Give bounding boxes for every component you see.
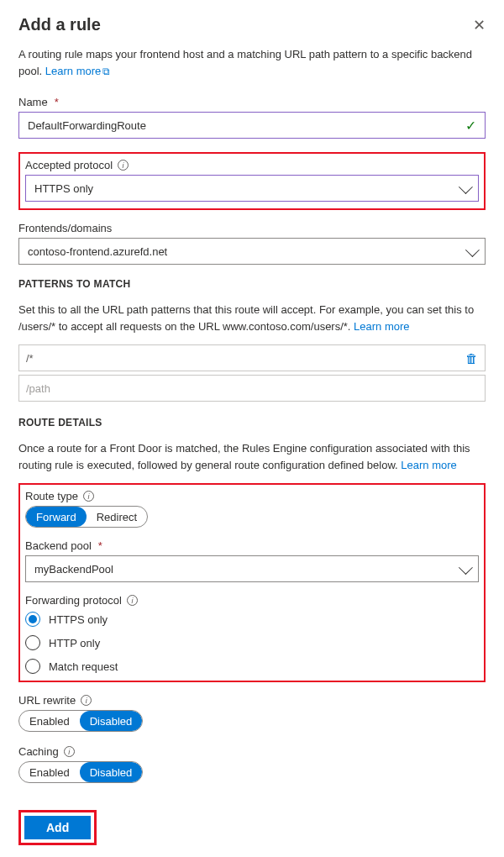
learn-more-link[interactable]: Learn more⧉ — [45, 65, 110, 77]
accepted-protocol-highlight: Accepted protocol i HTTPS only — [18, 152, 486, 210]
chevron-down-icon — [459, 180, 473, 194]
add-button[interactable]: Add — [24, 816, 91, 839]
route-type-label: Route type — [25, 490, 78, 502]
route-type-toggle: Forward Redirect — [25, 506, 148, 528]
route-type-forward[interactable]: Forward — [26, 507, 87, 527]
learn-more-link[interactable]: Learn more — [401, 459, 456, 471]
protocol-label: Accepted protocol — [25, 159, 113, 171]
intro-text: A routing rule maps your frontend host a… — [18, 46, 486, 79]
fwd-protocol-label: Forwarding protocol — [25, 594, 122, 607]
delete-icon[interactable]: 🗑 — [465, 351, 478, 365]
required-icon: * — [55, 96, 59, 108]
url-rewrite-disabled[interactable]: Disabled — [80, 711, 143, 731]
route-section-header: ROUTE DETAILS — [18, 417, 486, 428]
radio-icon — [25, 659, 40, 674]
protocol-select[interactable]: HTTPS only — [25, 175, 479, 202]
fwd-option-http[interactable]: HTTP only — [25, 635, 479, 650]
add-button-highlight: Add — [18, 810, 97, 845]
name-label: Name — [18, 96, 48, 108]
chevron-down-icon — [459, 560, 473, 575]
panel-title: Add a rule — [18, 15, 101, 34]
pattern-value-row: /* 🗑 — [18, 344, 486, 371]
backend-pool-label: Backend pool — [25, 539, 92, 552]
route-type-redirect[interactable]: Redirect — [87, 507, 147, 527]
required-icon: * — [98, 539, 102, 552]
chevron-down-icon — [465, 243, 480, 257]
patterns-desc: Set this to all the URL path patterns th… — [18, 302, 486, 334]
route-desc: Once a route for a Front Door is matched… — [18, 440, 486, 473]
url-rewrite-enabled[interactable]: Enabled — [19, 711, 80, 731]
fwd-option-match[interactable]: Match request — [25, 659, 479, 674]
route-details-highlight: Route type i Forward Redirect Backend po… — [18, 483, 486, 682]
info-icon[interactable]: i — [64, 746, 75, 757]
frontends-select[interactable]: contoso-frontend.azurefd.net — [18, 238, 486, 265]
info-icon[interactable]: i — [127, 595, 138, 606]
info-icon[interactable]: i — [118, 160, 129, 171]
caching-toggle: Enabled Disabled — [18, 761, 143, 783]
caching-enabled[interactable]: Enabled — [19, 762, 80, 782]
radio-icon — [25, 635, 40, 650]
frontends-label: Frontends/domains — [18, 222, 112, 234]
pattern-input[interactable]: /path — [18, 375, 486, 402]
info-icon[interactable]: i — [83, 491, 94, 502]
caching-disabled[interactable]: Disabled — [80, 762, 143, 782]
external-link-icon: ⧉ — [102, 64, 110, 79]
learn-more-link[interactable]: Learn more — [354, 320, 409, 333]
fwd-option-https[interactable]: HTTPS only — [25, 612, 479, 627]
info-icon[interactable]: i — [81, 695, 92, 706]
backend-pool-select[interactable]: myBackendPool — [25, 555, 479, 582]
name-input[interactable]: DefaultForwardingRoute ✓ — [18, 112, 486, 139]
caching-label: Caching — [18, 745, 59, 758]
valid-check-icon: ✓ — [465, 118, 476, 134]
patterns-section-header: PATTERNS TO MATCH — [18, 278, 486, 290]
radio-icon — [25, 612, 40, 627]
url-rewrite-label: URL rewrite — [18, 694, 76, 707]
close-icon[interactable]: ✕ — [473, 16, 486, 34]
url-rewrite-toggle: Enabled Disabled — [18, 710, 143, 732]
